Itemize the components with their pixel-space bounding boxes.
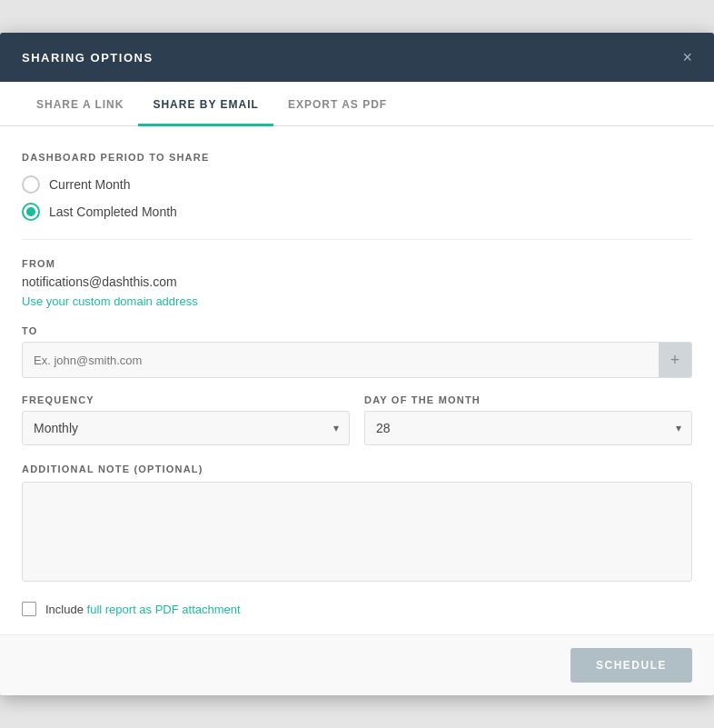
frequency-select-wrapper: Monthly Weekly Daily ▾ [22,411,350,445]
pdf-label: Include full report as PDF attachment [45,603,241,616]
pdf-checkbox-row: Include full report as PDF attachment [22,602,692,616]
tab-export-pdf[interactable]: EXPORT AS PDF [273,82,402,126]
radio-group: Current Month Last Completed Month [22,175,692,221]
day-group: DAY OF THE MONTH 1234 5678 9101112 13141… [364,394,692,445]
to-input-wrapper: + [22,342,692,378]
divider-1 [22,239,692,240]
add-email-button[interactable]: + [659,343,691,377]
period-label: DASHBOARD PERIOD TO SHARE [22,152,692,163]
day-label: DAY OF THE MONTH [364,394,692,405]
note-section: ADDITIONAL NOTE (OPTIONAL) [22,464,692,585]
tab-share-link[interactable]: SHARE A LINK [22,82,138,126]
frequency-row: FREQUENCY Monthly Weekly Daily ▾ DAY OF … [22,394,692,445]
pdf-label-before: Include [45,603,87,616]
day-select[interactable]: 1234 5678 9101112 13141516 17181920 2122… [364,411,692,445]
close-button[interactable]: × [682,49,692,65]
to-label: TO [22,325,692,336]
modal-footer: SCHEDULE [0,634,714,695]
sharing-options-modal: SHARING OPTIONS × SHARE A LINK SHARE BY … [0,33,714,695]
tab-bar: SHARE A LINK SHARE BY EMAIL EXPORT AS PD… [0,82,714,126]
to-section: TO + [22,325,692,378]
frequency-select[interactable]: Monthly Weekly Daily [22,411,350,445]
radio-current-month-label: Current Month [49,177,130,192]
modal-title: SHARING OPTIONS [22,51,154,65]
modal-body: DASHBOARD PERIOD TO SHARE Current Month … [0,126,714,634]
from-label: FROM [22,258,692,269]
to-input[interactable] [23,344,659,376]
from-email-value: notifications@dashthis.com [22,274,692,289]
radio-current-month[interactable]: Current Month [22,175,692,194]
period-section: DASHBOARD PERIOD TO SHARE Current Month … [22,152,692,221]
note-textarea[interactable] [22,482,692,582]
radio-last-completed-indicator [22,203,40,221]
day-select-wrapper: 1234 5678 9101112 13141516 17181920 2122… [364,411,692,445]
frequency-label: FREQUENCY [22,394,350,405]
pdf-checkbox[interactable] [22,602,36,616]
modal-header: SHARING OPTIONS × [0,33,714,82]
radio-last-completed-label: Last Completed Month [49,204,177,219]
custom-domain-link[interactable]: Use your custom domain address [22,294,198,308]
radio-current-month-indicator [22,175,40,194]
tab-share-email[interactable]: SHARE BY EMAIL [138,82,273,126]
note-label: ADDITIONAL NOTE (OPTIONAL) [22,464,692,474]
pdf-label-highlight: full report as PDF attachment [87,603,241,616]
frequency-group: FREQUENCY Monthly Weekly Daily ▾ [22,394,350,445]
radio-last-completed[interactable]: Last Completed Month [22,203,692,221]
schedule-button[interactable]: SCHEDULE [570,648,692,683]
from-section: FROM notifications@dashthis.com Use your… [22,258,692,309]
